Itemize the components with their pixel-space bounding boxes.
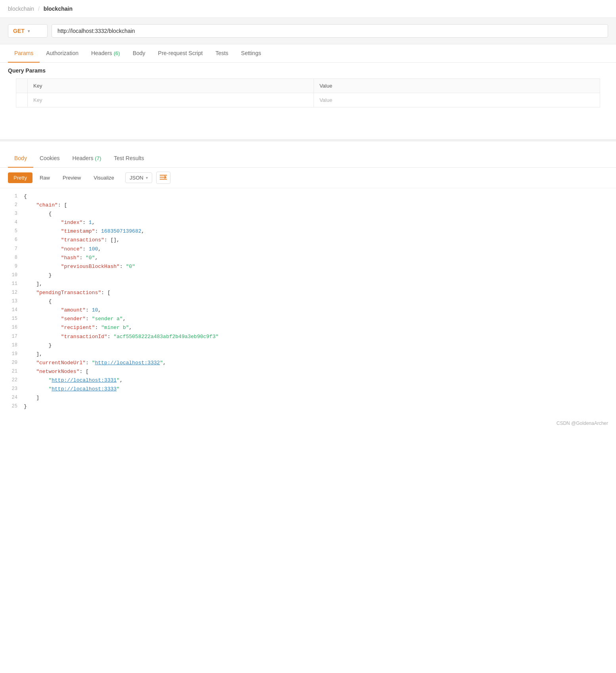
method-label: GET — [13, 28, 25, 34]
url-input[interactable] — [52, 24, 608, 38]
line-14: 14 "amount": 10, — [8, 306, 608, 315]
tab-tests[interactable]: Tests — [209, 44, 235, 63]
preview-button[interactable]: Preview — [57, 172, 86, 183]
key-header: Key — [28, 79, 314, 93]
line-22: 22 "http://localhost:3331", — [8, 376, 608, 385]
row-checkbox[interactable] — [16, 93, 28, 107]
json-body: 1 { 2 "chain": [ 3 { 4 "index": 1, 5 "ti… — [0, 188, 616, 415]
line-20: 20 "currentNodeUrl": "http://localhost:3… — [8, 359, 608, 367]
request-bar: GET ▾ — [0, 18, 616, 44]
tab-cookies[interactable]: Cookies — [33, 149, 66, 168]
line-1: 1 { — [8, 192, 608, 201]
line-6: 6 "transactions": [], — [8, 236, 608, 245]
tab-response-body[interactable]: Body — [8, 149, 33, 168]
line-18: 18 } — [8, 341, 608, 350]
tab-headers[interactable]: Headers (6) — [85, 44, 126, 63]
response-tabs: Body Cookies Headers (7) Test Results — [0, 149, 616, 168]
query-params-table: Key Value Key Value — [16, 78, 600, 107]
section-divider — [0, 139, 616, 141]
headers-badge: (6) — [114, 50, 120, 56]
line-13: 13 { — [8, 297, 608, 306]
line-4: 4 "index": 1, — [8, 218, 608, 227]
line-5: 5 "timestamp": 1683507139682, — [8, 227, 608, 236]
line-12: 12 "pendingTransactions": [ — [8, 289, 608, 297]
line-10: 10 } — [8, 271, 608, 280]
visualize-button[interactable]: Visualize — [88, 172, 120, 183]
chevron-down-icon: ▾ — [28, 29, 30, 33]
line-21: 21 "networkNodes": [ — [8, 367, 608, 376]
tab-authorization[interactable]: Authorization — [40, 44, 85, 63]
raw-button[interactable]: Raw — [34, 172, 55, 183]
format-bar: Pretty Raw Preview Visualize JSON ▾ — [0, 168, 616, 188]
line-16: 16 "recipient": "miner b", — [8, 323, 608, 332]
value-header: Value — [314, 79, 600, 93]
pretty-button[interactable]: Pretty — [8, 172, 33, 183]
method-select[interactable]: GET ▾ — [8, 24, 48, 38]
json-label: JSON — [130, 175, 143, 181]
line-7: 7 "nonce": 100, — [8, 245, 608, 254]
tab-test-results[interactable]: Test Results — [107, 149, 150, 168]
tab-response-headers[interactable]: Headers (7) — [66, 149, 108, 168]
line-2: 2 "chain": [ — [8, 201, 608, 210]
request-tabs: Params Authorization Headers (6) Body Pr… — [0, 44, 616, 63]
tab-params[interactable]: Params — [8, 44, 40, 63]
tab-settings[interactable]: Settings — [235, 44, 268, 63]
table-row: Key Value — [16, 93, 600, 107]
tab-body[interactable]: Body — [126, 44, 152, 63]
json-type-select[interactable]: JSON ▾ — [125, 172, 152, 183]
line-23: 23 "http://localhost:3333" — [8, 385, 608, 394]
query-params-title: Query Params — [0, 63, 616, 78]
line-17: 17 "transactionId": "acf55058222a483abf2… — [8, 333, 608, 341]
wrap-button[interactable] — [156, 172, 170, 184]
breadcrumb-current: blockchain — [44, 6, 73, 12]
breadcrumb-parent[interactable]: blockchain — [8, 6, 34, 12]
breadcrumb: blockchain / blockchain — [0, 0, 616, 18]
breadcrumb-separator: / — [38, 6, 40, 12]
line-9: 9 "previousBlockHash": "0" — [8, 262, 608, 271]
response-headers-badge: (7) — [95, 155, 101, 161]
line-24: 24 ] — [8, 394, 608, 402]
network-node-2-link[interactable]: http://localhost:3333 — [52, 386, 117, 392]
line-11: 11 ], — [8, 280, 608, 289]
key-cell[interactable]: Key — [28, 93, 314, 107]
line-19: 19 ], — [8, 350, 608, 359]
footer: CSDN @GoldenaArcher — [0, 415, 616, 432]
checkbox-header — [16, 79, 28, 93]
line-15: 15 "sender": "sender a", — [8, 315, 608, 323]
current-node-url-link[interactable]: http://localhost:3332 — [95, 360, 160, 366]
line-8: 8 "hash": "0", — [8, 254, 608, 262]
tab-pre-request-script[interactable]: Pre-request Script — [152, 44, 209, 63]
line-25: 25 } — [8, 402, 608, 411]
footer-text: CSDN @GoldenaArcher — [557, 421, 608, 426]
line-3: 3 { — [8, 210, 608, 218]
json-chevron-icon: ▾ — [146, 176, 148, 180]
network-node-1-link[interactable]: http://localhost:3331 — [52, 377, 117, 383]
value-cell[interactable]: Value — [314, 93, 600, 107]
